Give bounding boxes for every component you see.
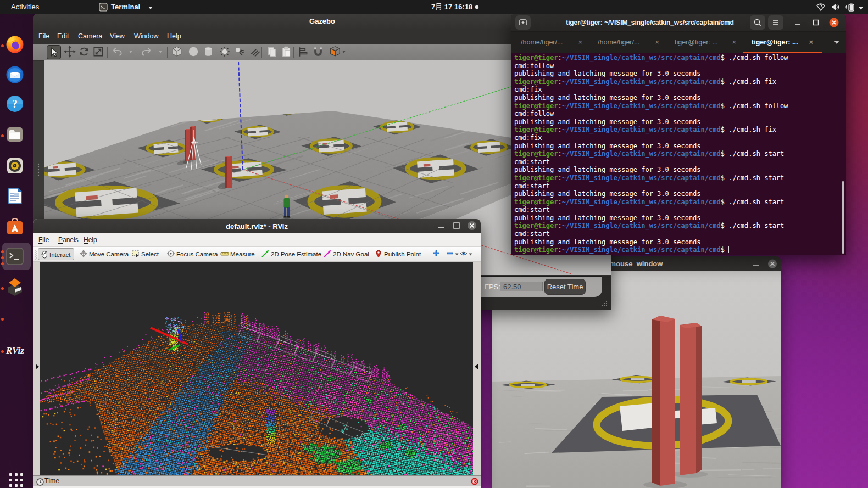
dock-item-rviz[interactable]: RViz	[5, 340, 28, 363]
terminal-scrollbar[interactable]	[842, 181, 844, 254]
reset-time-button[interactable]: Reset Time	[544, 279, 586, 295]
gazebo-tool-dirlight-icon[interactable]	[248, 45, 263, 59]
gazebo-menu-window[interactable]: Window	[134, 29, 158, 44]
rviz-tool-2d-nav-goal[interactable]: 2D Nav Goal	[323, 248, 369, 260]
gazebo-tool-sphere-icon[interactable]	[187, 45, 201, 59]
network-question-icon[interactable]	[815, 2, 826, 12]
gazebo-tool-caret-icon[interactable]	[129, 45, 134, 59]
terminal-content[interactable]: tiger@tiger:~/VISIM_single/catkin_ws/src…	[511, 53, 846, 255]
resize-grip-icon[interactable]	[600, 300, 609, 308]
focused-app-menu[interactable]: Terminal	[111, 0, 140, 14]
rviz-views-panel-collapsed[interactable]	[473, 262, 479, 475]
terminal-command-line: tiger@tiger:~/VISIM_single/catkin_ws/src…	[514, 198, 846, 206]
dock-item-firefox[interactable]	[5, 35, 28, 58]
dock-item-thunderbird[interactable]	[5, 65, 28, 88]
rviz-menu-file[interactable]: File	[38, 233, 49, 247]
show-applications-button[interactable]	[7, 470, 26, 488]
dock-item-libreoffice-writer[interactable]	[5, 186, 28, 209]
rviz-tool-focus-camera[interactable]: Focus Camera	[166, 248, 218, 260]
caret-down-icon[interactable]	[857, 5, 865, 10]
gazebo-tool-redo-icon[interactable]	[140, 45, 154, 59]
rviz-tool-eye-icon[interactable]	[459, 248, 472, 260]
rviz-pointcloud-canvas[interactable]	[40, 262, 473, 475]
gazebo-tool-undo-icon[interactable]	[110, 45, 125, 59]
minimize-icon[interactable]	[791, 15, 805, 30]
dock-item-ubuntu-software[interactable]	[5, 217, 28, 240]
caret-down-icon[interactable]	[469, 253, 472, 256]
close-tab-icon[interactable]: ×	[655, 32, 659, 53]
maximize-icon[interactable]	[449, 219, 464, 234]
gazebo-tool-select-arrow-icon[interactable]	[47, 45, 61, 59]
minimize-icon[interactable]	[434, 219, 448, 234]
gazebo-tool-snap-icon[interactable]	[311, 45, 326, 59]
gazebo-tool-scale-icon[interactable]	[92, 45, 106, 59]
gazebo-tool-caret-icon[interactable]	[342, 45, 347, 59]
rviz-3d-view[interactable]	[35, 262, 479, 475]
dock-item-rhythmbox[interactable]	[5, 156, 28, 179]
gazebo-menu-camera[interactable]: Camera	[78, 29, 102, 44]
dock-item-help[interactable]: ?	[5, 94, 28, 117]
toolbar-handle-icon[interactable]	[34, 249, 37, 261]
gazebo-tool-copy-icon[interactable]	[265, 45, 280, 59]
menu-button[interactable]	[768, 15, 783, 30]
rviz-tool-plus-icon[interactable]	[432, 248, 441, 260]
dock-item-terminal[interactable]	[5, 246, 28, 270]
terminal-tab-4[interactable]: tiger@tiger: ...×	[742, 32, 819, 53]
terminal-tab-3[interactable]: tiger@tiger: ...×	[665, 32, 742, 53]
rviz-displays-panel-collapsed[interactable]	[35, 262, 40, 475]
gazebo-menu-file[interactable]: File	[38, 29, 49, 44]
gazebo-tool-pointlight-icon[interactable]	[218, 45, 232, 59]
gazebo-tool-spotlight-icon[interactable]	[233, 45, 247, 59]
rviz-tool-publish-point[interactable]: Publish Point	[374, 248, 421, 260]
rviz-tool-move-camera[interactable]: Move Camera	[79, 248, 129, 260]
rviz-tool-2d-pose-estimate[interactable]: 2D Pose Estimate	[261, 248, 321, 260]
rviz-tool-select[interactable]: Select	[131, 248, 159, 260]
gazebo-menu-view[interactable]: View	[110, 29, 125, 44]
maximize-icon[interactable]	[809, 15, 823, 30]
rviz-titlebar[interactable]: default.rviz* - RViz	[33, 219, 481, 234]
gazebo-tool-caret-icon[interactable]	[158, 45, 164, 59]
gazebo-tool-align-icon[interactable]	[297, 45, 311, 59]
rviz-window[interactable]: default.rviz* - RViz FilePanelsHelp Inte…	[33, 219, 481, 488]
rviz-tool-measure[interactable]: Measure	[220, 248, 255, 260]
caret-down-icon[interactable]	[455, 253, 459, 256]
rviz-tool-interact[interactable]: Interact	[38, 248, 74, 260]
terminal-window[interactable]: tiger@tiger: ~/VISIM_single/catkin_ws/sr…	[511, 14, 846, 255]
close-icon[interactable]	[765, 256, 780, 271]
gazebo-tool-translate-icon[interactable]	[63, 45, 77, 59]
gazebo-menu-edit[interactable]: Edit	[57, 29, 69, 44]
gazebo-tool-rotate-icon[interactable]	[77, 45, 92, 59]
search-button[interactable]	[750, 15, 765, 30]
volume-icon[interactable]	[830, 2, 841, 12]
terminal-tab-1[interactable]: /home/tiger/...×	[511, 32, 588, 53]
minimize-icon[interactable]	[749, 256, 763, 271]
clock[interactable]: 7 17 16:18	[431, 0, 472, 14]
close-icon[interactable]	[465, 219, 479, 234]
gazebo-tool-cylinder-icon[interactable]	[202, 45, 216, 59]
firefox-icon	[5, 35, 25, 54]
terminal-tab-2[interactable]: /home/tiger/...×	[588, 32, 665, 53]
close-tab-icon[interactable]: ×	[578, 32, 582, 53]
dock-item-gazebo[interactable]	[5, 277, 28, 300]
rviz-menu-panels[interactable]: Panels	[58, 233, 79, 247]
prompt-path: ~/VISIM_single/catkin_ws/src/captain/cmd	[562, 126, 721, 133]
close-tab-icon[interactable]: ×	[732, 32, 736, 53]
terminal-output-line: cmd:start	[514, 182, 846, 190]
close-tab-icon[interactable]: ×	[809, 32, 813, 53]
rviz-menu-help[interactable]: Help	[84, 233, 97, 247]
battery-charging-icon[interactable]	[844, 2, 857, 12]
close-icon[interactable]	[827, 15, 841, 30]
prompt-dollar: $	[721, 198, 728, 206]
tabs-dropdown-icon[interactable]	[833, 39, 842, 46]
gazebo-tool-cube-icon[interactable]	[170, 45, 185, 59]
gazebo-menu-help[interactable]: Help	[167, 29, 181, 44]
close-panel-icon[interactable]	[471, 478, 478, 485]
new-tab-button[interactable]	[515, 15, 531, 30]
terminal-headerbar[interactable]: tiger@tiger: ~/VISIM_single/catkin_ws/sr…	[511, 14, 846, 32]
gazebo-tool-insert-cube-icon[interactable]	[329, 45, 343, 59]
dock-item-files[interactable]	[5, 125, 28, 148]
gazebo-tool-paste-icon[interactable]	[280, 45, 294, 59]
rviz-tool-minus-icon[interactable]	[446, 248, 459, 260]
activities-button[interactable]: Activities	[11, 0, 39, 14]
fps-value-field[interactable]: 62.50	[500, 282, 543, 291]
